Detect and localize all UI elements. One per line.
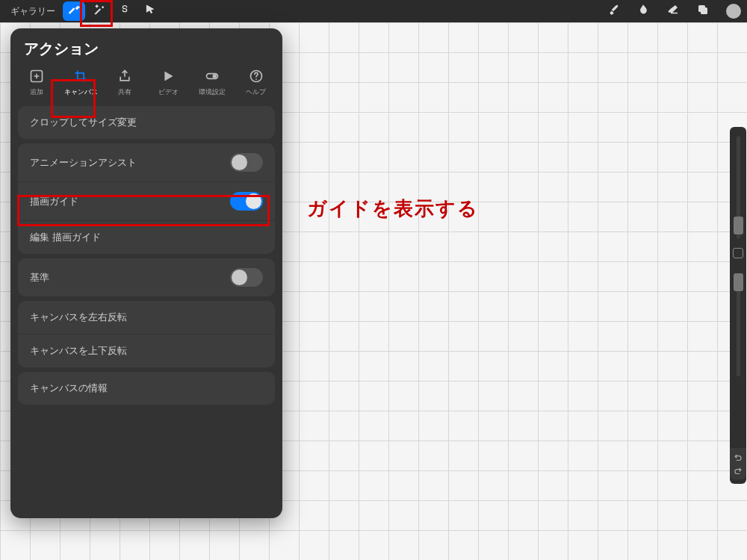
row-label: キャンバスを左右反転	[30, 311, 127, 324]
row-canvas-info[interactable]: キャンバスの情報	[18, 372, 275, 405]
modify-button[interactable]	[733, 248, 743, 258]
canvas-crop-icon	[72, 68, 89, 84]
toggle-drawing-guide[interactable]	[230, 192, 263, 211]
row-label: 編集 描画ガイド	[30, 231, 101, 244]
row-crop-resize[interactable]: クロップしてサイズ変更	[18, 106, 275, 139]
question-icon	[248, 68, 264, 84]
actions-wrench-button[interactable]	[63, 1, 85, 21]
tab-prefs[interactable]: 環境設定	[190, 65, 235, 99]
selection-button[interactable]	[114, 1, 136, 21]
toggle-icon	[204, 68, 220, 84]
row-edit-drawing-guide[interactable]: 編集 描画ガイド	[18, 221, 275, 254]
brush-opacity-slider[interactable]	[737, 273, 740, 376]
row-flip-vertical[interactable]: キャンバスを上下反転	[18, 335, 275, 367]
row-reference[interactable]: 基準	[18, 258, 275, 296]
wrench-icon	[68, 4, 80, 19]
arrow-cursor-icon	[144, 4, 156, 19]
toggle-reference[interactable]	[230, 268, 263, 287]
color-picker-button[interactable]	[726, 4, 741, 19]
slider-thumb[interactable]	[734, 273, 743, 291]
annotation-guide-text: ガイドを表示する	[307, 196, 479, 222]
toggle-animation-assist[interactable]	[230, 153, 263, 172]
redo-icon[interactable]	[733, 466, 743, 476]
top-toolbar: ギャラリー	[0, 0, 747, 22]
slider-thumb[interactable]	[734, 217, 743, 234]
undo-icon[interactable]	[733, 452, 743, 463]
tab-label: ヘルプ	[246, 87, 266, 97]
row-label: キャンバスを上下反転	[30, 344, 127, 358]
share-upload-icon	[117, 68, 133, 84]
row-drawing-guide[interactable]: 描画ガイド	[18, 182, 275, 221]
smudge-icon[interactable]	[636, 3, 650, 19]
tab-help[interactable]: ヘルプ	[234, 65, 278, 99]
transform-button[interactable]	[139, 1, 161, 21]
eraser-icon[interactable]	[666, 3, 680, 19]
tab-label: キャンバス	[64, 87, 98, 97]
row-label: 描画ガイド	[30, 195, 78, 208]
row-label: アニメーションアシスト	[30, 156, 137, 169]
tab-label: 共有	[118, 87, 131, 97]
tab-label: ビデオ	[158, 87, 179, 97]
tab-label: 追加	[30, 87, 43, 97]
tab-label: 環境設定	[199, 87, 226, 97]
row-label: クロップしてサイズ変更	[30, 116, 137, 129]
tab-video[interactable]: ビデオ	[146, 65, 190, 99]
selection-s-icon	[119, 4, 131, 19]
row-label: キャンバスの情報	[30, 382, 108, 395]
play-icon	[160, 68, 176, 84]
wand-icon	[93, 4, 105, 19]
panel-tabs: 追加 キャンバス 共有 ビデオ 環境設定 ヘルプ	[10, 63, 282, 106]
tab-canvas[interactable]: キャンバス	[59, 65, 103, 99]
panel-title: アクション	[10, 28, 282, 63]
tab-add[interactable]: 追加	[15, 65, 59, 99]
layers-icon[interactable]	[696, 3, 710, 19]
row-flip-horizontal[interactable]: キャンバスを左右反転	[18, 301, 275, 335]
tab-share[interactable]: 共有	[102, 65, 146, 99]
actions-panel: アクション 追加 キャンバス 共有 ビデオ 環境設定 ヘルプ	[10, 28, 282, 518]
brush-size-slider[interactable]	[737, 136, 740, 239]
svg-rect-1	[701, 7, 707, 14]
svg-point-4	[213, 75, 217, 78]
row-label: 基準	[30, 271, 49, 284]
side-slider-rail	[730, 127, 746, 484]
brush-icon[interactable]	[607, 3, 620, 19]
row-animation-assist[interactable]: アニメーションアシスト	[18, 143, 275, 182]
plus-square-icon	[28, 68, 45, 84]
gallery-button[interactable]: ギャラリー	[6, 5, 60, 18]
adjustments-button[interactable]	[88, 1, 111, 21]
